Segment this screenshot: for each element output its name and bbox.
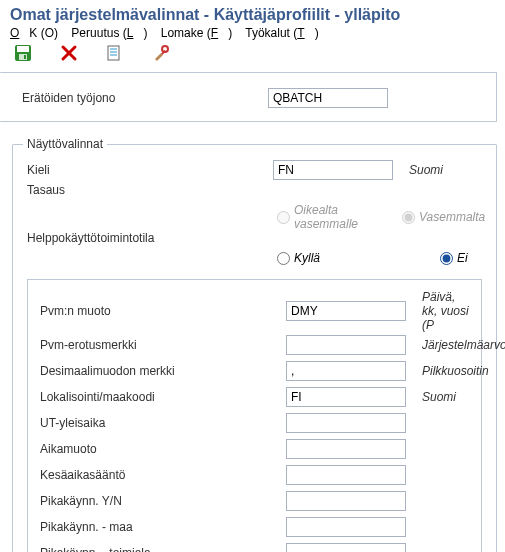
radio-rtl-input [277,211,290,224]
inner-panel: Pvm:n muoto Päivä, kk, vuosi (P Pvm-erot… [27,279,482,552]
alignment-radio-group: Oikealta vasemmalle Vasemmalta [277,203,482,231]
row-alignment: Tasaus Oikealta vasemmalle Vasemmalta [27,183,482,231]
radio-no[interactable]: Ei [440,251,468,265]
label-date-sep: Pvm-erotusmerkki [40,338,280,352]
input-date-sep[interactable] [286,335,406,355]
desc-date-sep: Järjestelmäarvo [422,338,505,352]
input-locale[interactable] [286,387,406,407]
label-locale: Lokalisointi/maakoodi [40,390,280,404]
menu-tools[interactable]: Työkalut (T) [245,26,318,40]
radio-ltr: Vasemmalta [402,210,485,224]
row-date-format: Pvm:n muoto Päivä, kk, vuosi (P [40,290,469,332]
label-ut: UT-yleisaika [40,416,280,430]
radio-yes[interactable]: Kyllä [277,251,320,265]
row-timeformat: Aikamuoto [40,436,469,462]
input-quick-yn[interactable] [286,491,406,511]
row-date-sep: Pvm-erotusmerkki Järjestelmäarvo [40,332,469,358]
save-icon[interactable] [14,44,32,62]
row-batch-queue: Erätöiden työjono [22,85,482,111]
row-accessibility: Helppokäyttötoimintotila Kyllä Ei [27,231,482,265]
input-quick-country[interactable] [286,517,406,537]
label-quick-yn: Pikakäynn. Y/N [40,494,280,508]
cancel-icon[interactable] [60,44,78,62]
radio-no-input[interactable] [440,252,453,265]
radio-rtl: Oikealta vasemmalle [277,203,358,231]
accessibility-radio-group: Kyllä Ei [277,251,482,265]
radio-ltr-input [402,211,415,224]
label-batch-queue: Erätöiden työjono [22,91,262,105]
desc-date-format: Päivä, kk, vuosi (P [422,290,469,332]
input-batch-queue[interactable] [268,88,388,108]
svg-rect-3 [24,55,26,59]
label-decimal: Desimaalimuodon merkki [40,364,280,378]
tools-icon[interactable] [152,44,170,62]
label-language: Kieli [27,163,267,177]
menu-ok[interactable]: OK (O) [10,26,58,40]
input-quick-industry[interactable] [286,543,406,552]
desc-decimal: Pilkkuosoitin [422,364,489,378]
input-decimal[interactable] [286,361,406,381]
input-ut[interactable] [286,413,406,433]
form-icon[interactable] [106,44,124,62]
desc-locale: Suomi [422,390,469,404]
row-dst: Kesäaikasääntö [40,462,469,488]
top-panel: Erätöiden työjono [0,72,497,122]
row-quick-country: Pikakäynn. - maa [40,514,469,540]
label-timeformat: Aikamuoto [40,442,280,456]
svg-rect-6 [108,46,119,60]
input-date-format[interactable] [286,301,406,321]
label-dst: Kesäaikasääntö [40,468,280,482]
menubar: OK (O) Peruutus (L) Lomake (F) Työkalut … [0,26,505,42]
menu-cancel[interactable]: Peruutus (L) [71,26,147,40]
label-quick-industry: Pikakäynn. - toimiala [40,546,280,552]
label-accessibility: Helppokäyttötoimintotila [27,231,267,245]
label-quick-country: Pikakäynn. - maa [40,520,280,534]
row-decimal: Desimaalimuodon merkki Pilkkuosoitin [40,358,469,384]
input-language[interactable] [273,160,393,180]
row-quick-yn: Pikakäynn. Y/N [40,488,469,514]
menu-form[interactable]: Lomake (F) [161,26,232,40]
row-language: Kieli Suomi [27,157,482,183]
radio-yes-input[interactable] [277,252,290,265]
row-quick-industry: Pikakäynn. - toimiala [40,540,469,552]
toolbar [0,42,505,68]
label-alignment: Tasaus [27,183,267,197]
row-locale: Lokalisointi/maakoodi Suomi [40,384,469,410]
desc-language: Suomi [409,163,482,177]
input-dst[interactable] [286,465,406,485]
page-title: Omat järjestelmävalinnat - Käyttäjäprofi… [0,0,505,26]
input-timeformat[interactable] [286,439,406,459]
svg-rect-1 [17,46,29,52]
row-ut: UT-yleisaika [40,410,469,436]
display-panel: Näyttövalinnat Kieli Suomi Tasaus Oikeal… [12,144,497,552]
label-date-format: Pvm:n muoto [40,304,280,318]
display-panel-legend: Näyttövalinnat [23,137,107,151]
